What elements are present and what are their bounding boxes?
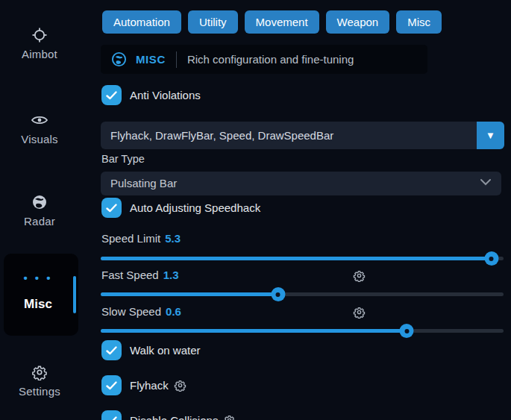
active-indicator-bar (73, 276, 76, 313)
slider-thumb[interactable] (484, 251, 498, 266)
banner-divider (176, 51, 177, 68)
checkbox-disable-collisions[interactable] (101, 410, 122, 420)
dropdown-arrow-button[interactable]: ▼ (477, 122, 504, 149)
globe-icon (0, 194, 79, 210)
main-panel: Automation Utility Movement Weapon Misc … (101, 0, 504, 420)
sidebar-item-label: Aimbot (0, 48, 79, 60)
sidebar-item-label: Radar (0, 215, 79, 228)
checkbox-label: Flyhack (130, 379, 169, 392)
tab-utility[interactable]: Utility (188, 10, 238, 34)
sidebar-item-visuals[interactable]: Visuals (0, 112, 79, 145)
bar-type-select[interactable]: Pulsating Bar (101, 172, 501, 195)
globe-icon (111, 51, 127, 67)
checkbox-flyhack[interactable] (101, 375, 122, 395)
gear-icon[interactable] (353, 269, 366, 282)
gear-icon[interactable] (353, 306, 366, 319)
checkbox-row-disable-collisions: Disable Collisions (101, 410, 236, 420)
eye-icon (0, 112, 79, 128)
sidebar-item-label: Misc (4, 297, 72, 312)
ellipsis-icon: • • • (4, 272, 72, 284)
slider-fill (101, 257, 492, 260)
slider-label-slow-speed: Slow Speed0.6 (101, 305, 181, 318)
gear-icon[interactable] (223, 414, 236, 420)
checkbox-label: Walk on water (130, 344, 200, 357)
bar-multiselect[interactable]: Flyhack, DrawFlyBar, Speed, DrawSpeedBar… (101, 122, 504, 149)
checkmark-icon (106, 416, 117, 420)
slider-thumb[interactable] (400, 324, 414, 338)
checkmark-icon (106, 91, 117, 100)
slider-label-speed-limit: Speed Limit5.3 (101, 232, 181, 245)
checkbox-row-anti-violations: Anti Violations (101, 85, 201, 105)
slider-thumb[interactable] (271, 287, 285, 301)
checkbox-anti-violations[interactable] (101, 85, 122, 105)
slider-label-fast-speed: Fast Speed1.3 (101, 269, 179, 281)
gear-icon[interactable] (174, 379, 186, 392)
checkmark-icon (106, 204, 117, 213)
bar-multiselect-value: Flyhack, DrawFlyBar, Speed, DrawSpeedBar (110, 122, 333, 149)
slider-name: Slow Speed (101, 305, 161, 318)
tab-automation[interactable]: Automation (102, 10, 181, 34)
checkbox-label: Disable Collisions (130, 414, 218, 420)
category-tabs: Automation Utility Movement Weapon Misc (102, 10, 442, 34)
checkbox-row-walk-on-water: Walk on water (101, 340, 200, 360)
sidebar-item-radar[interactable]: Radar (0, 194, 79, 228)
sidebar-item-label: Visuals (0, 133, 79, 145)
tab-weapon[interactable]: Weapon (326, 10, 390, 34)
slider-value: 1.3 (163, 269, 179, 281)
section-title: MISC (136, 53, 166, 66)
section-subtitle: Rich configuration and fine-tuning (187, 53, 354, 66)
tab-misc[interactable]: Misc (396, 10, 442, 34)
checkbox-walk-on-water[interactable] (101, 340, 122, 360)
checkbox-label: Auto Adjusting Speedhack (130, 201, 260, 214)
tab-movement[interactable]: Movement (245, 10, 319, 34)
slider-slow-speed[interactable] (101, 329, 504, 333)
checkbox-row-auto-adjusting: Auto Adjusting Speedhack (101, 198, 260, 218)
sidebar-item-misc-selected[interactable]: • • • Misc (4, 254, 78, 336)
checkbox-row-flyhack: Flyhack (101, 375, 186, 395)
gear-icon (0, 364, 79, 380)
checkbox-auto-adjusting[interactable] (101, 198, 122, 218)
sidebar-item-settings[interactable]: Settings (0, 364, 79, 398)
slider-fast-speed[interactable] (101, 292, 504, 296)
sidebar: Aimbot Visuals Radar • • • Misc (0, 0, 84, 420)
slider-value: 0.6 (166, 305, 181, 318)
checkbox-label: Anti Violations (130, 89, 201, 101)
checkmark-icon (106, 346, 117, 355)
chevron-down-icon (480, 178, 492, 186)
bar-type-value: Pulsating Bar (110, 172, 177, 195)
crosshair-icon (0, 27, 79, 43)
section-banner: MISC Rich configuration and fine-tuning (101, 45, 427, 74)
sidebar-item-aimbot[interactable]: Aimbot (0, 27, 79, 60)
slider-speed-limit[interactable] (101, 257, 504, 260)
slider-fill (101, 329, 407, 333)
bar-type-label: Bar Type (101, 153, 145, 165)
slider-name: Speed Limit (101, 232, 160, 245)
slider-name: Fast Speed (101, 269, 159, 281)
slider-fill (101, 292, 278, 296)
checkmark-icon (106, 381, 117, 390)
sidebar-item-label: Settings (0, 385, 79, 398)
slider-value: 5.3 (165, 232, 181, 245)
